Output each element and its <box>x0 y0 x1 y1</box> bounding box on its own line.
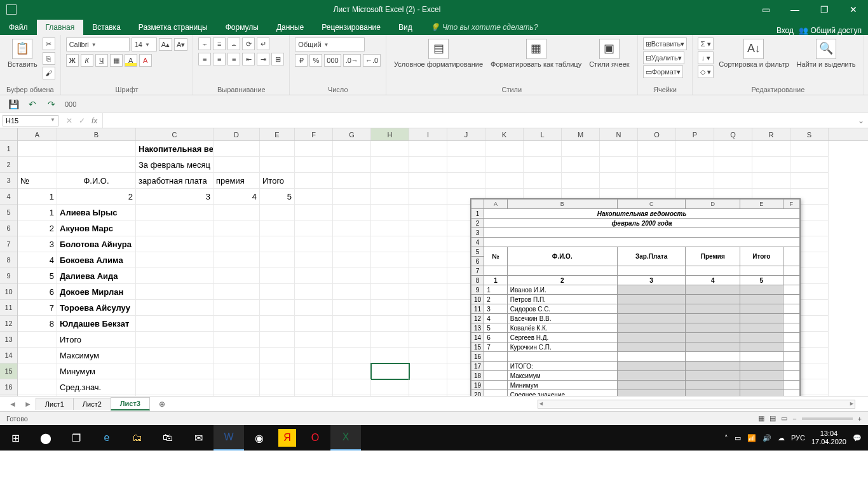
close-button[interactable]: ✕ <box>839 0 868 19</box>
row-header-4[interactable]: 4 <box>0 189 17 205</box>
cell-E13[interactable] <box>260 332 295 348</box>
cell-I12[interactable] <box>409 316 447 332</box>
col-header-J[interactable]: J <box>447 128 485 140</box>
tab-layout[interactable]: Разметка страницы <box>130 20 217 35</box>
cell-L1[interactable] <box>524 141 562 157</box>
cell-A16[interactable] <box>18 379 57 395</box>
cell-F7[interactable] <box>295 236 333 252</box>
cell-B9[interactable]: Далиева Аида <box>57 268 136 284</box>
cell-D2[interactable] <box>214 157 260 173</box>
align-right-button[interactable]: ≡ <box>227 53 240 65</box>
cell-F1[interactable] <box>295 141 333 157</box>
clock[interactable]: 13:04 17.04.2020 <box>811 430 846 446</box>
cell-H14[interactable] <box>371 348 409 363</box>
cell-F11[interactable] <box>295 300 333 316</box>
tab-formulas[interactable]: Формулы <box>217 20 268 35</box>
cell-E4[interactable]: 5 <box>260 189 295 205</box>
cell-G17[interactable] <box>333 395 371 396</box>
cell-O3[interactable] <box>638 173 676 189</box>
cell-H2[interactable] <box>371 157 409 173</box>
cell-E15[interactable] <box>260 363 295 379</box>
comma-button[interactable]: 000 <box>324 54 341 67</box>
cell-B3[interactable]: Ф.И.О. <box>57 173 136 189</box>
fx-icon[interactable]: fx <box>92 116 97 125</box>
cell-B11[interactable]: Тороева Айсулуу <box>57 300 136 316</box>
cell-I8[interactable] <box>409 252 447 268</box>
cell-E3[interactable]: Итого <box>260 173 295 189</box>
cell-A11[interactable]: 7 <box>18 300 57 316</box>
cell-B1[interactable] <box>57 141 136 157</box>
taskbar-app-edge[interactable]: e <box>92 425 122 451</box>
row-header-17[interactable]: 17 <box>0 395 17 396</box>
col-header-P[interactable]: P <box>676 128 714 140</box>
cell-G3[interactable] <box>333 173 371 189</box>
cell-E8[interactable] <box>260 252 295 268</box>
cell-C10[interactable] <box>136 284 214 300</box>
cell-B7[interactable]: Болотова Айнура <box>57 236 136 252</box>
cell-E11[interactable] <box>260 300 295 316</box>
cell-Q1[interactable] <box>714 141 752 157</box>
col-header-I[interactable]: I <box>409 128 447 140</box>
cell-L3[interactable] <box>524 173 562 189</box>
fill-color-button[interactable]: A <box>125 54 137 67</box>
cell-F17[interactable] <box>295 395 333 396</box>
zoom-out-button[interactable]: − <box>792 415 796 423</box>
cell-H15[interactable] <box>371 363 409 379</box>
align-middle-button[interactable]: ≡ <box>213 37 226 50</box>
font-size-combo[interactable]: 14▼ <box>132 37 157 51</box>
cell-A4[interactable]: 1 <box>18 189 57 205</box>
cell-D10[interactable] <box>214 284 260 300</box>
cell-C11[interactable] <box>136 300 214 316</box>
cell-O1[interactable] <box>638 141 676 157</box>
taskbar-app-yandex[interactable]: ⬤ <box>31 425 61 451</box>
wrap-text-button[interactable]: ↵ <box>257 37 269 50</box>
sheet-nav-next[interactable]: ► <box>20 400 36 409</box>
cell-H6[interactable] <box>371 220 409 236</box>
conditional-format-button[interactable]: ▤Условное форматирование <box>391 37 485 69</box>
redo-button[interactable]: ↷ <box>46 98 57 110</box>
italic-button[interactable]: К <box>81 54 93 67</box>
cell-B12[interactable]: Юлдашев Бекзат <box>57 316 136 332</box>
taskbar-app-yandex2[interactable]: Я <box>278 429 296 447</box>
taskbar-app-explorer[interactable]: 🗂 <box>122 425 153 451</box>
font-name-combo[interactable]: Calibri▼ <box>66 37 130 51</box>
cell-G7[interactable] <box>333 236 371 252</box>
cell-M1[interactable] <box>562 141 600 157</box>
row-header-10[interactable]: 10 <box>0 284 17 300</box>
cell-I7[interactable] <box>409 236 447 252</box>
cell-I15[interactable] <box>409 363 447 379</box>
tab-file[interactable]: Файл <box>0 20 37 35</box>
signin-link[interactable]: Вход <box>776 26 794 35</box>
tell-me[interactable]: 💡Что вы хотите сделать? <box>421 20 547 35</box>
cell-B10[interactable]: Докоев Мирлан <box>57 284 136 300</box>
taskbar-app-taskview[interactable]: ❐ <box>61 425 92 451</box>
cell-H12[interactable] <box>371 316 409 332</box>
cell-I14[interactable] <box>409 348 447 363</box>
cell-O2[interactable] <box>638 157 676 173</box>
cell-styles-button[interactable]: ▣Стили ячеек <box>587 37 632 69</box>
cell-G11[interactable] <box>333 300 371 316</box>
number-format-combo[interactable]: Общий▼ <box>295 37 365 51</box>
cell-F3[interactable] <box>295 173 333 189</box>
cell-H13[interactable] <box>371 332 409 348</box>
row-header-1[interactable]: 1 <box>0 141 17 157</box>
cell-D4[interactable]: 4 <box>214 189 260 205</box>
cell-B15[interactable]: Минумум <box>57 363 136 379</box>
cell-F4[interactable] <box>295 189 333 205</box>
cell-C3[interactable]: заработная плата <box>136 173 214 189</box>
zoom-slider[interactable] <box>802 417 853 420</box>
cell-I17[interactable] <box>409 395 447 396</box>
cell-R1[interactable] <box>752 141 790 157</box>
battery-icon[interactable]: ▭ <box>735 434 741 442</box>
cell-C7[interactable] <box>136 236 214 252</box>
cell-C4[interactable]: 3 <box>136 189 214 205</box>
align-bottom-button[interactable]: ⫠ <box>227 37 240 50</box>
cell-H8[interactable] <box>371 252 409 268</box>
fill-button[interactable]: ↓ ▾ <box>698 51 714 64</box>
row-header-14[interactable]: 14 <box>0 348 17 363</box>
cell-K2[interactable] <box>485 157 524 173</box>
cell-C12[interactable] <box>136 316 214 332</box>
cell-G6[interactable] <box>333 220 371 236</box>
cell-F2[interactable] <box>295 157 333 173</box>
cell-C13[interactable] <box>136 332 214 348</box>
